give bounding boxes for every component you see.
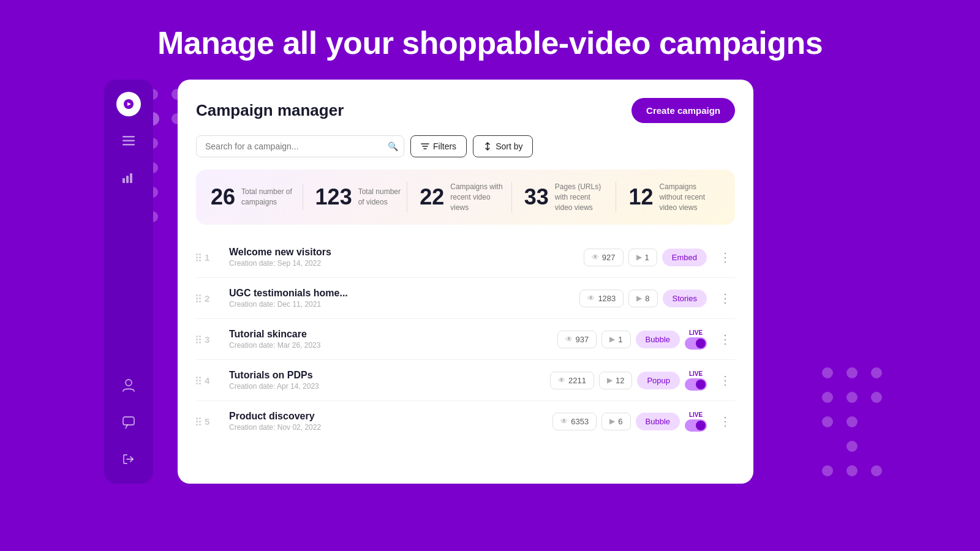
campaign-name-0: Welcome new visitors: [229, 247, 575, 258]
views-count-0: 927: [602, 253, 616, 262]
stat-number-0: 26: [211, 184, 235, 210]
drag-dot: [196, 421, 198, 422]
sidebar-icon-analytics[interactable]: [116, 165, 141, 190]
drag-dot: [199, 257, 201, 258]
filters-label: Filters: [433, 141, 456, 151]
sidebar-icon-menu[interactable]: [116, 129, 141, 153]
panel-title: Campaign manager: [196, 101, 344, 120]
search-input-wrap: 🔍: [196, 135, 404, 157]
toggle-track-3[interactable]: [685, 378, 707, 391]
campaign-stats-0: 👁 927 ▶ 1 Embed: [584, 249, 707, 266]
video-icon-2: ▶: [609, 335, 615, 343]
drag-dot: [196, 380, 198, 381]
main-panel: Campaign manager Create campaign 🔍 Filte…: [178, 80, 753, 484]
videos-pill-4: ▶ 6: [601, 413, 630, 430]
toggle-track-2[interactable]: [685, 337, 707, 350]
drag-dot: [199, 339, 201, 340]
panel-header: Campaign manager Create campaign: [196, 98, 735, 123]
campaign-date-2: Creation date: Mar 26, 2023: [229, 341, 549, 350]
video-icon-0: ▶: [636, 253, 642, 261]
create-campaign-button[interactable]: Create campaign: [631, 98, 735, 123]
stat-number-3: 33: [524, 184, 549, 210]
drag-dot: [196, 257, 198, 258]
more-options-button-3[interactable]: ⋮: [715, 370, 735, 390]
drag-dot: [196, 424, 198, 425]
sidebar-icon-play[interactable]: [116, 92, 141, 116]
sidebar: [104, 80, 153, 484]
sidebar-icon-user[interactable]: [116, 373, 141, 398]
table-row: 2 UGC testimonials home... Creation date…: [196, 278, 735, 319]
drag-dot: [199, 383, 201, 384]
stat-item-2: 22 Campaigns with recent video views: [407, 182, 511, 212]
drag-dot: [199, 301, 201, 302]
toggle-knob-2: [696, 339, 706, 348]
videos-count-1: 8: [645, 294, 649, 303]
sort-icon: [483, 142, 492, 151]
filters-button[interactable]: Filters: [410, 135, 467, 157]
videos-count-2: 1: [618, 335, 622, 344]
campaign-stats-3: 👁 2211 ▶ 12 Popup LIVE: [550, 370, 707, 391]
videos-count-4: 6: [618, 417, 622, 426]
drag-dot: [199, 335, 201, 337]
more-options-button-2[interactable]: ⋮: [715, 329, 735, 349]
campaign-list: 1 Welcome new visitors Creation date: Se…: [196, 237, 735, 441]
type-badge-3: Popup: [637, 372, 680, 389]
drag-dots-4: [196, 418, 201, 425]
more-options-button-4[interactable]: ⋮: [715, 411, 735, 431]
drag-dot: [196, 342, 198, 343]
sidebar-icon-logout[interactable]: [116, 447, 141, 471]
videos-pill-1: ▶ 8: [628, 290, 657, 307]
live-label-3: LIVE: [689, 370, 703, 377]
search-input[interactable]: [196, 135, 404, 157]
svg-rect-4: [123, 144, 135, 146]
campaign-stats-4: 👁 6353 ▶ 6 Bubble LIVE: [552, 411, 707, 432]
drag-handle-1: 2: [196, 293, 221, 304]
drag-dot: [199, 260, 201, 261]
svg-rect-6: [126, 176, 129, 183]
more-options-button-1[interactable]: ⋮: [715, 288, 735, 308]
campaign-date-4: Creation date: Nov 02, 2022: [229, 423, 544, 432]
svg-point-8: [126, 380, 132, 386]
stat-number-1: 123: [315, 184, 352, 210]
more-options-button-0[interactable]: ⋮: [715, 247, 735, 267]
drag-dots-2: [196, 335, 201, 343]
stat-number-2: 22: [420, 184, 444, 210]
views-count-3: 2211: [568, 376, 586, 385]
drag-handle-0: 1: [196, 252, 221, 263]
campaign-date-3: Creation date: Apr 14, 2023: [229, 382, 541, 391]
campaign-name-4: Product discovery: [229, 411, 544, 422]
svg-rect-3: [123, 140, 135, 142]
campaign-name-1: UGC testimonials home...: [229, 288, 571, 299]
stat-label-0: Total number of campaigns: [241, 187, 296, 208]
stat-label-1: Total number of videos: [358, 187, 407, 208]
videos-count-0: 1: [645, 253, 649, 262]
campaign-num-0: 1: [205, 252, 209, 263]
views-pill-1: 👁 1283: [579, 290, 624, 307]
live-toggle-3[interactable]: LIVE: [685, 370, 707, 391]
videos-pill-3: ▶ 12: [599, 372, 632, 389]
toggle-track-4[interactable]: [685, 419, 707, 432]
campaign-name-3: Tutorials on PDPs: [229, 370, 541, 381]
sidebar-icon-chat[interactable]: [116, 410, 141, 435]
stat-label-2: Campaigns with recent video views: [450, 182, 505, 212]
toggle-knob-3: [696, 380, 706, 389]
type-badge-0: Embed: [662, 249, 707, 266]
views-pill-3: 👁 2211: [550, 372, 594, 389]
svg-rect-7: [130, 173, 132, 183]
views-count-2: 937: [576, 335, 589, 344]
stat-item-1: 123 Total number of videos: [303, 184, 407, 210]
sort-label: Sort by: [496, 141, 522, 151]
campaign-num-2: 3: [205, 334, 209, 345]
sort-button[interactable]: Sort by: [473, 135, 533, 157]
search-icon: 🔍: [388, 141, 398, 151]
table-row: 3 Tutorial skincare Creation date: Mar 2…: [196, 319, 735, 360]
drag-dot: [196, 253, 198, 255]
drag-dot: [196, 383, 198, 384]
campaign-num-4: 5: [205, 416, 209, 427]
type-badge-2: Bubble: [636, 331, 680, 348]
drag-dot: [199, 418, 201, 419]
live-toggle-4[interactable]: LIVE: [685, 411, 707, 432]
campaign-info-3: Tutorials on PDPs Creation date: Apr 14,…: [229, 370, 541, 391]
drag-dot: [199, 424, 201, 425]
live-toggle-2[interactable]: LIVE: [685, 329, 707, 350]
